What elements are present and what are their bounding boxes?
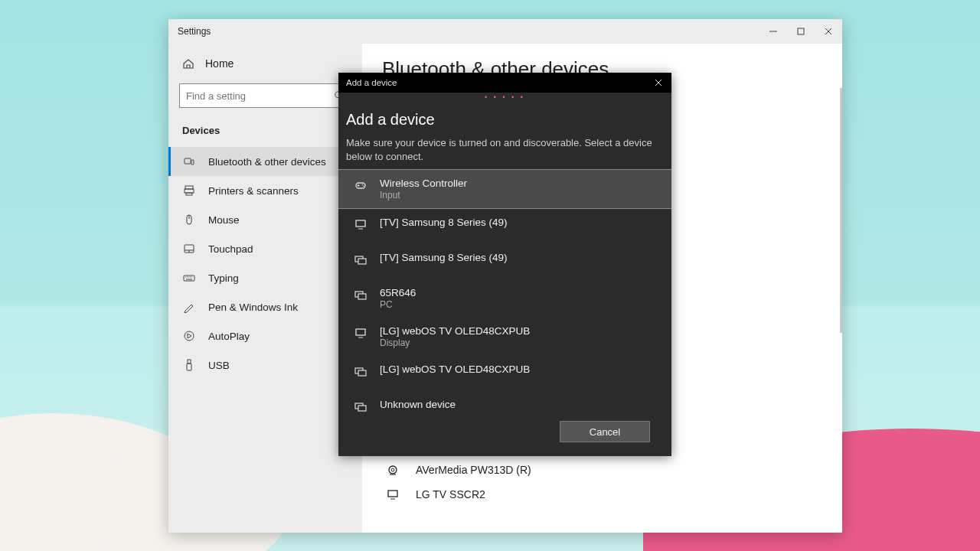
device-name: [LG] webOS TV OLED48CXPUB — [380, 325, 530, 337]
window-title: Settings — [178, 26, 211, 37]
dialog-title: Add a device — [346, 78, 397, 87]
sidebar-item-label: Mouse — [208, 214, 240, 226]
progress-dots: • • • • • — [338, 93, 671, 101]
device-type: Input — [380, 190, 467, 201]
svg-point-14 — [391, 468, 394, 471]
device-name: Unknown device — [380, 399, 456, 410]
discoverable-device-row[interactable]: [LG] webOS TV OLED48CXPUBDisplay — [338, 318, 671, 356]
svg-rect-2 — [185, 158, 191, 164]
cancel-button-label: Cancel — [590, 426, 620, 438]
monitor-icon — [352, 325, 369, 339]
svg-rect-12 — [187, 364, 191, 370]
camera-icon — [382, 464, 403, 476]
dialog-titlebar: Add a device — [338, 73, 671, 93]
svg-rect-6 — [186, 193, 192, 195]
svg-point-18 — [363, 186, 364, 187]
svg-point-13 — [389, 466, 397, 474]
monitor-icon — [352, 217, 369, 230]
svg-rect-0 — [798, 28, 804, 34]
sidebar-home[interactable]: Home — [168, 51, 362, 76]
discoverable-device-row[interactable]: 65R646PC — [338, 279, 671, 318]
device-name: Wireless Controller — [380, 178, 467, 189]
sidebar-section-label: Devices — [168, 119, 362, 147]
svg-rect-5 — [185, 189, 194, 193]
autoplay-icon — [182, 330, 196, 342]
svg-rect-28 — [358, 406, 366, 411]
usb-icon — [182, 359, 196, 371]
devices-icon — [182, 155, 196, 168]
mouse-icon — [182, 214, 196, 226]
dialog-subtitle: Make sure your device is turned on and d… — [346, 136, 664, 163]
device-name: 65R646 — [380, 287, 416, 298]
device-name: [TV] Samsung 8 Series (49) — [380, 252, 508, 263]
minimize-button[interactable] — [760, 19, 787, 44]
sidebar-item-printers[interactable]: Printers & scanners — [168, 176, 362, 205]
search-box[interactable] — [179, 83, 351, 108]
sidebar-item-mouse[interactable]: Mouse — [168, 205, 362, 234]
device-name: [TV] Samsung 8 Series (49) — [380, 217, 508, 228]
pen-icon — [182, 301, 196, 313]
sidebar-item-autoplay[interactable]: AutoPlay — [168, 321, 362, 350]
device-type: PC — [380, 299, 416, 310]
display-multi-icon — [352, 252, 369, 266]
window-titlebar: Settings — [168, 19, 842, 44]
svg-rect-21 — [358, 259, 366, 264]
close-button[interactable] — [815, 19, 842, 44]
svg-rect-11 — [188, 360, 191, 364]
discoverable-device-row[interactable]: Wireless ControllerInput — [338, 169, 671, 209]
sidebar-item-bluetooth[interactable]: Bluetooth & other devices — [168, 147, 362, 176]
device-row[interactable]: LG TV SSCR2 — [382, 482, 822, 507]
device-list: Wireless ControllerInput[TV] Samsung 8 S… — [338, 169, 671, 412]
display-multi-icon — [352, 287, 369, 301]
svg-rect-19 — [356, 220, 365, 227]
sidebar-home-label: Home — [205, 57, 234, 70]
sidebar-item-label: Touchpad — [208, 243, 253, 255]
cancel-button[interactable]: Cancel — [560, 421, 650, 442]
keyboard-icon — [182, 272, 196, 284]
svg-rect-4 — [185, 186, 193, 189]
add-device-dialog: Add a device • • • • • Add a device Make… — [338, 73, 671, 456]
sidebar-item-label: USB — [208, 360, 230, 371]
sidebar-item-usb[interactable]: USB — [168, 350, 362, 380]
discoverable-device-row[interactable]: [LG] webOS TV OLED48CXPUB — [338, 356, 671, 391]
sidebar-item-touchpad[interactable]: Touchpad — [168, 234, 362, 263]
gamepad-icon — [352, 178, 369, 191]
discoverable-device-row[interactable]: [TV] Samsung 8 Series (49) — [338, 209, 671, 244]
settings-sidebar: Home Devices Bluetooth & other devicesPr… — [168, 44, 362, 533]
svg-rect-15 — [388, 491, 397, 497]
device-name: AVerMedia PW313D (R) — [416, 464, 531, 476]
sidebar-item-typing[interactable]: Typing — [168, 263, 362, 292]
display-multi-icon — [352, 364, 369, 377]
svg-rect-24 — [356, 329, 365, 335]
sidebar-item-label: Printers & scanners — [208, 185, 299, 197]
discoverable-device-row[interactable]: [TV] Samsung 8 Series (49) — [338, 244, 671, 279]
sidebar-item-label: Typing — [208, 272, 239, 284]
device-type: Display — [380, 337, 530, 348]
monitor-icon — [382, 488, 403, 500]
dialog-close-button[interactable] — [645, 73, 671, 93]
svg-rect-9 — [184, 276, 194, 281]
device-name: LG TV SSCR2 — [416, 488, 485, 500]
sidebar-item-pen[interactable]: Pen & Windows Ink — [168, 292, 362, 321]
svg-point-17 — [362, 184, 364, 186]
sidebar-item-label: Bluetooth & other devices — [208, 156, 326, 168]
svg-point-10 — [185, 331, 194, 341]
svg-rect-23 — [358, 294, 366, 299]
discoverable-device-row[interactable]: Unknown device — [338, 391, 671, 412]
scrollbar[interactable] — [840, 88, 842, 333]
maximize-button[interactable] — [787, 19, 815, 44]
search-input[interactable] — [186, 90, 334, 102]
touchpad-icon — [182, 243, 196, 255]
sidebar-item-label: Pen & Windows Ink — [208, 302, 298, 313]
svg-rect-3 — [191, 160, 194, 165]
display-multi-icon — [352, 399, 369, 412]
home-icon — [182, 57, 194, 70]
svg-rect-26 — [358, 370, 366, 376]
printer-icon — [182, 184, 196, 197]
sidebar-item-label: AutoPlay — [208, 331, 250, 342]
dialog-heading: Add a device — [346, 111, 664, 129]
device-row[interactable]: AVerMedia PW313D (R) — [382, 458, 822, 482]
device-name: [LG] webOS TV OLED48CXPUB — [380, 364, 530, 375]
